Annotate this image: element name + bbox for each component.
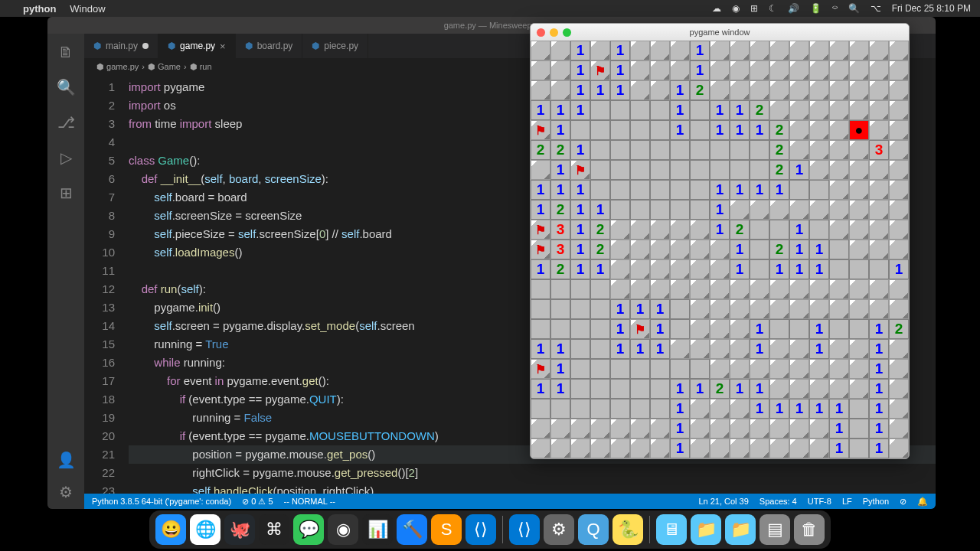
mine-cell[interactable]: 1	[730, 240, 750, 259]
mine-cell[interactable]	[630, 259, 650, 279]
mine-cell[interactable]: 1	[710, 180, 730, 200]
status-item[interactable]: ⊘ 0 ⚠ 5	[242, 497, 273, 507]
status-item[interactable]: -- NORMAL --	[284, 497, 335, 506]
mine-cell[interactable]: 1	[710, 220, 730, 240]
mine-cell[interactable]	[690, 439, 710, 458]
mine-cell[interactable]	[769, 339, 789, 359]
mine-cell[interactable]	[650, 399, 670, 419]
mine-cell[interactable]	[889, 399, 909, 419]
mine-cell[interactable]	[809, 160, 829, 180]
mine-cell[interactable]	[829, 299, 849, 319]
mine-cell[interactable]	[670, 41, 690, 60]
mine-cell[interactable]	[710, 319, 730, 339]
mine-cell[interactable]	[750, 41, 769, 60]
mine-cell[interactable]	[750, 160, 769, 180]
mine-cell[interactable]	[849, 240, 869, 259]
mine-cell[interactable]	[769, 439, 789, 458]
tab-main-py[interactable]: ⬢main.py	[84, 34, 158, 58]
mine-cell[interactable]: 3	[550, 220, 570, 240]
mine-cell[interactable]	[690, 220, 710, 240]
mine-cell[interactable]	[670, 200, 690, 220]
mine-cell[interactable]	[690, 259, 710, 279]
mine-cell[interactable]	[789, 279, 809, 299]
mine-cell[interactable]	[730, 160, 750, 180]
mine-cell[interactable]: 1	[869, 339, 889, 359]
mine-cell[interactable]	[849, 299, 869, 319]
status-item[interactable]: UTF-8	[808, 497, 831, 506]
mine-cell[interactable]: 2	[769, 160, 789, 180]
mine-cell[interactable]	[590, 439, 610, 458]
mine-cell[interactable]	[750, 200, 769, 220]
mine-cell[interactable]	[690, 419, 710, 439]
search-icon[interactable]: 🔍	[57, 78, 75, 96]
moon-icon[interactable]: ☾	[769, 3, 777, 14]
mine-cell[interactable]: 1	[550, 339, 570, 359]
mine-cell[interactable]	[690, 140, 710, 160]
control-center-icon[interactable]: ⌥	[871, 3, 881, 14]
mine-cell[interactable]	[650, 359, 670, 379]
mine-cell[interactable]: 1	[650, 319, 670, 339]
mine-cell[interactable]	[869, 220, 889, 240]
mine-cell[interactable]: 1	[789, 259, 809, 279]
mine-cell[interactable]	[829, 240, 849, 259]
dock-vscode[interactable]: ⟨⟩	[466, 514, 496, 545]
mine-cell[interactable]	[610, 120, 630, 140]
mine-cell[interactable]	[789, 80, 809, 100]
minesweeper-grid[interactable]: 1111111111211111121111122212312111111111…	[531, 41, 909, 458]
mine-cell[interactable]	[570, 439, 590, 458]
mine-cell[interactable]	[630, 399, 650, 419]
mine-cell[interactable]: 1	[550, 100, 570, 120]
mine-cell[interactable]	[809, 100, 829, 120]
dock-python[interactable]: 🐍	[612, 514, 643, 545]
mine-cell[interactable]	[789, 140, 809, 160]
mine-cell[interactable]: 1	[789, 160, 809, 180]
mine-cell[interactable]: 1	[531, 100, 550, 120]
mine-cell[interactable]	[829, 319, 849, 339]
mine-cell[interactable]	[630, 379, 650, 399]
mine-cell[interactable]	[650, 60, 670, 80]
mine-cell[interactable]	[570, 299, 590, 319]
tab-game-py[interactable]: ⬢game.py×	[158, 34, 236, 58]
mine-cell[interactable]	[789, 339, 809, 359]
mine-cell[interactable]	[690, 180, 710, 200]
mine-cell[interactable]	[590, 140, 610, 160]
mine-cell[interactable]	[849, 180, 869, 200]
mine-cell[interactable]	[730, 80, 750, 100]
mine-cell[interactable]	[650, 100, 670, 120]
mine-cell[interactable]	[690, 399, 710, 419]
mine-cell[interactable]	[849, 60, 869, 80]
mine-cell[interactable]	[570, 359, 590, 379]
mine-cell[interactable]	[590, 379, 610, 399]
mine-cell[interactable]: 1	[730, 100, 750, 120]
mine-cell[interactable]	[789, 60, 809, 80]
mine-cell[interactable]	[630, 279, 650, 299]
breadcrumb-item[interactable]: ⬢ game.py	[96, 62, 139, 72]
mine-cell[interactable]	[849, 439, 869, 458]
mine-cell[interactable]	[590, 279, 610, 299]
mine-cell[interactable]	[750, 359, 769, 379]
mine-cell[interactable]	[789, 41, 809, 60]
mine-cell[interactable]	[590, 319, 610, 339]
minimize-icon[interactable]	[550, 28, 558, 37]
mine-cell[interactable]: 1	[769, 180, 789, 200]
mine-cell[interactable]: 1	[570, 140, 590, 160]
mine-cell[interactable]: 1	[829, 399, 849, 419]
mine-cell[interactable]	[809, 299, 829, 319]
mine-cell[interactable]	[710, 41, 730, 60]
mine-cell[interactable]: 1	[809, 399, 829, 419]
mine-cell[interactable]	[630, 120, 650, 140]
mine-cell[interactable]	[590, 60, 610, 80]
mine-cell[interactable]: 1	[550, 160, 570, 180]
mine-cell[interactable]: 1	[829, 419, 849, 439]
mine-cell[interactable]	[610, 399, 630, 419]
mine-cell[interactable]	[650, 41, 670, 60]
accounts-icon[interactable]: 👤	[57, 451, 75, 469]
mine-cell[interactable]	[650, 120, 670, 140]
mine-cell[interactable]	[730, 41, 750, 60]
mine-cell[interactable]: 1	[750, 399, 769, 419]
mine-cell[interactable]	[889, 100, 909, 120]
mine-cell[interactable]	[809, 41, 829, 60]
mine-cell[interactable]	[889, 41, 909, 60]
mine-cell[interactable]: 1	[750, 379, 769, 399]
mine-cell[interactable]	[869, 240, 889, 259]
